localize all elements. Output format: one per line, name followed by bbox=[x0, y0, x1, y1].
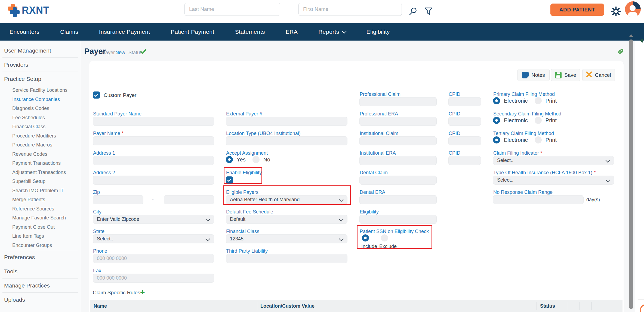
nav-item-era[interactable]: ERA bbox=[286, 29, 298, 35]
location-type-input[interactable] bbox=[226, 136, 347, 145]
sidebar-item-procedure-macros[interactable]: Procedure Macros bbox=[0, 140, 81, 150]
sidebar-item-reference-sources[interactable]: Reference Sources bbox=[0, 204, 81, 214]
tertiary-claim-filing-method-radio-print[interactable] bbox=[535, 136, 542, 143]
nav-item-insurance-payment[interactable]: Insurance Payment bbox=[99, 29, 150, 35]
sidebar-item-superbill-setup[interactable]: Superbill Setup bbox=[0, 177, 81, 186]
institutional-era-input[interactable] bbox=[359, 156, 437, 165]
state-label: State bbox=[93, 229, 104, 234]
cpid-professional-era-input[interactable] bbox=[448, 117, 481, 126]
state-select[interactable]: Select.. bbox=[93, 234, 214, 243]
column-divider bbox=[568, 302, 568, 310]
address-2-input[interactable] bbox=[93, 176, 214, 185]
professional-era-input[interactable] bbox=[359, 117, 437, 126]
required-asterisk: * bbox=[540, 150, 542, 156]
cpid-institutional-era-input[interactable] bbox=[448, 156, 481, 165]
sidebar-item-service-facility-locations[interactable]: Service Facility Locations bbox=[0, 86, 81, 95]
enable-eligibility-checkbox[interactable] bbox=[226, 176, 233, 183]
select-caret-icon bbox=[206, 237, 210, 241]
add-patient-button[interactable]: ADD PATIENT bbox=[550, 4, 604, 16]
dental-era-input[interactable] bbox=[359, 195, 437, 204]
sidebar-item-encounter-groups[interactable]: Encounter Groups bbox=[0, 241, 81, 250]
cpid-institutional-claim-input[interactable] bbox=[448, 136, 481, 145]
sidebar-item-manage-practices[interactable]: Manage Practices bbox=[0, 279, 81, 292]
nav-item-claims[interactable]: Claims bbox=[60, 29, 78, 35]
nav-item-statements[interactable]: Statements bbox=[235, 29, 265, 35]
sidebar-item-user-management[interactable]: User Management bbox=[0, 44, 81, 57]
sidebar-item-insurance-companies[interactable]: Insurance Companies bbox=[0, 95, 81, 104]
leaf-icon[interactable] bbox=[617, 48, 624, 56]
nav-item-reports[interactable]: Reports bbox=[318, 29, 346, 35]
sidebar-item-payment-close-out[interactable]: Payment Close Out bbox=[0, 223, 81, 232]
primary-claim-filing-method-radio-electronic[interactable] bbox=[493, 97, 500, 104]
select-caret-icon bbox=[339, 217, 344, 222]
cancel-button[interactable]: Cancel bbox=[582, 69, 615, 81]
standard-payer-name-input[interactable] bbox=[93, 117, 214, 126]
professional-claim-input[interactable] bbox=[359, 97, 437, 106]
fax-input[interactable]: 000 000 0000 bbox=[93, 274, 214, 283]
notes-button[interactable]: Notes bbox=[517, 69, 550, 81]
eligible-payers-select[interactable]: Aetna Better Health of Maryland bbox=[226, 195, 347, 204]
zip-part2-input[interactable] bbox=[164, 195, 214, 204]
third-party-liability-input[interactable] bbox=[226, 254, 347, 263]
payer-number-value[interactable]: New bbox=[115, 50, 125, 56]
sidebar-item-revenue-codes[interactable]: Revenue Codes bbox=[0, 150, 81, 159]
sidebar-item-financial-class[interactable]: Financial Class bbox=[0, 122, 81, 131]
type-of-health-insurance-select[interactable]: Select.. bbox=[493, 176, 614, 185]
sidebar-item-providers[interactable]: Providers bbox=[0, 58, 81, 72]
filter-icon[interactable] bbox=[424, 7, 433, 17]
external-payer-number-input[interactable] bbox=[226, 117, 347, 126]
scroll-up-icon[interactable] bbox=[629, 34, 633, 37]
search-icon[interactable] bbox=[409, 7, 417, 17]
zip-part1-input[interactable] bbox=[93, 195, 143, 204]
last-name-input[interactable] bbox=[184, 3, 280, 16]
secondary-claim-filing-method-radio-print[interactable] bbox=[535, 117, 542, 124]
sidebar-item-tools[interactable]: Tools bbox=[0, 264, 81, 278]
accept-assignment-radio-no[interactable] bbox=[252, 156, 260, 163]
cancel-icon bbox=[586, 71, 592, 79]
sidebar-item-practice-setup[interactable]: Practice Setup bbox=[0, 72, 81, 86]
panel-collapse-icon[interactable] bbox=[640, 38, 643, 43]
payer-name-input[interactable] bbox=[93, 136, 214, 145]
cpid-professional-claim-input[interactable] bbox=[448, 97, 481, 106]
accept-assignment-radio-yes[interactable] bbox=[226, 156, 233, 163]
no-response-claim-range-input[interactable] bbox=[493, 195, 584, 204]
save-button[interactable]: Save bbox=[551, 69, 580, 81]
address-1-input[interactable] bbox=[93, 156, 214, 165]
institutional-claim-input[interactable] bbox=[359, 136, 437, 145]
claim-filing-indicator-select[interactable]: Select.. bbox=[493, 156, 614, 165]
financial-class-select[interactable]: 12345 bbox=[226, 234, 347, 243]
sidebar-item-adjustment-transactions[interactable]: Adjustment Transactions bbox=[0, 168, 81, 177]
avatar[interactable] bbox=[625, 1, 641, 17]
sidebar-item-merge-patients[interactable]: Merge Patients bbox=[0, 195, 81, 204]
address-2-label: Address 2 bbox=[93, 170, 115, 176]
nav-item-encounters[interactable]: Encounters bbox=[10, 29, 39, 35]
sidebar-item-payment-transactions[interactable]: Payment Transactions bbox=[0, 159, 81, 168]
rxnt-logo[interactable]: RXNT bbox=[7, 3, 50, 17]
secondary-claim-filing-method-radio-electronic[interactable] bbox=[493, 117, 500, 124]
patient-ssn-on-eligibility-check-radio-exclude[interactable] bbox=[381, 234, 388, 241]
primary-claim-filing-method-radio-print[interactable] bbox=[535, 97, 542, 104]
sidebar-item-uploads[interactable]: Uploads bbox=[0, 293, 81, 307]
sidebar-item-fee-schedules[interactable]: Fee Schedules bbox=[0, 113, 81, 123]
sidebar-item-line-item-tags[interactable]: Line Item Tags bbox=[0, 232, 81, 241]
city-select[interactable]: Enter Valid Zipcode bbox=[93, 215, 214, 224]
eligibility-input[interactable] bbox=[359, 215, 437, 224]
claim-filing-indicator-label: Claim Filing Indicator* bbox=[493, 150, 542, 156]
sidebar-item-preferences[interactable]: Preferences bbox=[0, 250, 81, 264]
gear-icon[interactable] bbox=[611, 7, 621, 17]
tertiary-claim-filing-method-radio-electronic[interactable] bbox=[493, 136, 500, 143]
default-fee-schedule-select[interactable]: Default bbox=[226, 215, 347, 224]
sidebar-item-diagnosis-codes[interactable]: Diagnosis Codes bbox=[0, 104, 81, 113]
custom-payer-checkbox[interactable] bbox=[93, 91, 100, 99]
patient-ssn-on-eligibility-check-radio-include[interactable] bbox=[362, 234, 369, 241]
first-name-input[interactable] bbox=[298, 3, 402, 16]
scrollbar-thumb[interactable] bbox=[629, 39, 633, 309]
phone-input[interactable]: 000 000 0000 bbox=[93, 254, 214, 263]
add-icon[interactable]: + bbox=[140, 287, 145, 297]
sidebar-item-manage-favorite-search[interactable]: Manage Favorite Search bbox=[0, 213, 81, 223]
sidebar-item-search-imo-problem-it[interactable]: Search IMO Problem IT bbox=[0, 186, 81, 195]
dental-claim-input[interactable] bbox=[359, 176, 437, 185]
nav-item-eligibility[interactable]: Eligibility bbox=[366, 29, 390, 35]
nav-item-patient-payment[interactable]: Patient Payment bbox=[171, 29, 214, 35]
sidebar-item-procedure-modifiers[interactable]: Procedure Modifiers bbox=[0, 131, 81, 141]
